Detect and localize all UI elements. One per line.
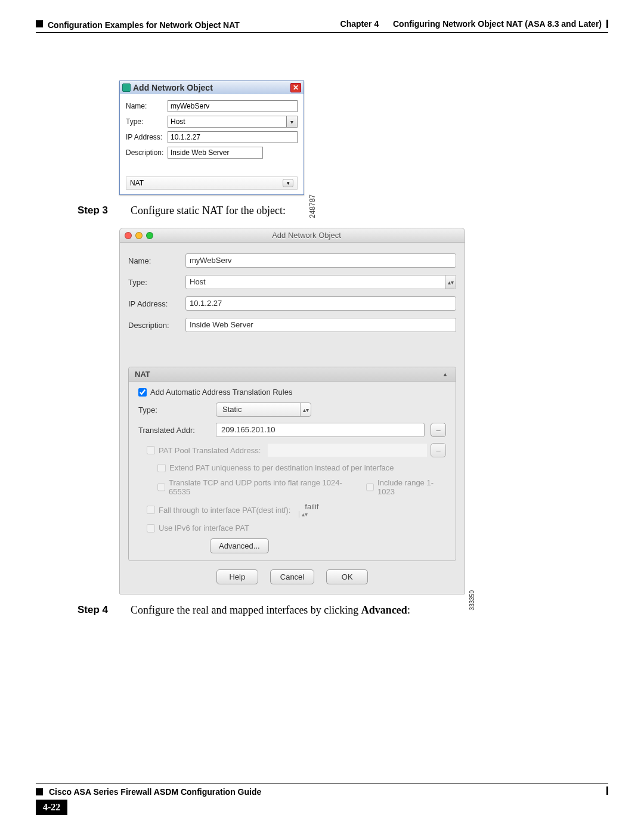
nat-label: NAT: [130, 179, 144, 187]
advanced-button[interactable]: Advanced...: [210, 538, 269, 553]
ok-button[interactable]: OK: [326, 569, 368, 584]
description-input[interactable]: [168, 147, 263, 159]
extend-pat-checkbox: [157, 464, 166, 472]
dialog-title: Add Network Object: [153, 231, 460, 240]
pat-pool-browse-button: –: [431, 443, 446, 457]
description-input[interactable]: Inside Web Server: [185, 318, 456, 332]
footer-bullet-icon: [36, 788, 43, 795]
add-rules-label: Add Automatic Address Translation Rules: [150, 388, 292, 397]
name-label: Name:: [126, 102, 168, 110]
footer-rule: [36, 784, 608, 784]
help-button[interactable]: Help: [216, 569, 258, 584]
header-divider-icon: [606, 20, 608, 28]
pat-pool-input: [268, 444, 427, 457]
add-rules-checkbox[interactable]: [138, 388, 147, 397]
page-number: 4-22: [36, 800, 67, 815]
chapter-title: Configuring Network Object NAT (ASA 8.3 …: [393, 19, 602, 29]
nat-type-select[interactable]: Static ▴▾: [216, 402, 311, 417]
type-label: Type:: [128, 278, 185, 287]
close-button[interactable]: ✕: [290, 83, 301, 92]
ip-input[interactable]: [168, 131, 298, 143]
step4-label: Step 4: [78, 604, 116, 617]
translated-addr-label: Translated Addr:: [138, 426, 210, 435]
nat-panel: NAT ▴ Add Automatic Address Translation …: [128, 367, 456, 561]
nat-panel-title: NAT: [135, 370, 150, 379]
chapter-label: Chapter 4: [340, 19, 379, 29]
nat-type-value: Static: [216, 403, 300, 416]
dialog-titlebar[interactable]: Add Network Object: [120, 228, 465, 243]
ip-label: IP Address:: [126, 133, 168, 141]
type-value: Host: [168, 116, 286, 127]
add-network-object-dialog-mac: Add Network Object Name: myWebServ Type:…: [119, 228, 465, 594]
fall-through-select: failif ▴▾: [299, 502, 446, 518]
dialog-titlebar[interactable]: Add Network Object ✕: [120, 81, 304, 94]
collapse-icon[interactable]: ▴: [440, 370, 450, 378]
zoom-icon[interactable]: [146, 232, 153, 239]
name-input[interactable]: myWebServ: [185, 253, 456, 268]
flat-range-label: Translate TCP and UDP ports into flat ra…: [169, 478, 351, 496]
step3-label: Step 3: [78, 205, 116, 217]
type-select[interactable]: Host ▴▾: [185, 275, 456, 289]
nat-panel-header[interactable]: NAT ▴: [129, 367, 456, 382]
ip-label: IP Address:: [128, 299, 185, 308]
chevron-down-icon[interactable]: ▾: [286, 116, 297, 127]
description-label: Description:: [126, 148, 168, 157]
use-ipv6-checkbox: [147, 524, 155, 532]
include-range-label: Include range 1-1023: [377, 478, 446, 496]
type-label: Type:: [126, 117, 168, 126]
type-select[interactable]: Host ▾: [168, 116, 298, 128]
fall-through-label: Fall through to interface PAT(dest intf)…: [159, 506, 290, 515]
header-rule: [36, 32, 608, 33]
footer-divider-icon: [606, 786, 608, 795]
flat-range-checkbox: [157, 483, 165, 491]
step4-text: Configure the real and mapped interfaces…: [131, 604, 410, 617]
nat-collapsed-bar[interactable]: NAT ▾: [126, 176, 298, 190]
chevron-updown-icon[interactable]: ▴▾: [445, 275, 456, 289]
step3-text: Configure static NAT for the object:: [131, 205, 286, 217]
description-label: Description:: [128, 321, 185, 330]
dialog-title: Add Network Object: [133, 83, 213, 92]
dialog-app-icon: [122, 83, 131, 92]
name-label: Name:: [128, 256, 185, 265]
guide-title: Cisco ASA Series Firewall ASDM Configura…: [49, 787, 261, 797]
name-input[interactable]: [168, 100, 298, 112]
translated-addr-browse-button[interactable]: –: [431, 423, 446, 437]
add-network-object-dialog-win: Add Network Object ✕ Name: Type: Host ▾ …: [119, 80, 304, 195]
type-value: Host: [186, 275, 445, 289]
extend-pat-label: Extend PAT uniqueness to per destination…: [169, 463, 394, 472]
fall-through-checkbox: [147, 506, 155, 514]
minimize-icon[interactable]: [135, 232, 143, 239]
figure-code: 333350: [469, 590, 475, 610]
chevron-updown-icon[interactable]: ▴▾: [300, 403, 311, 416]
figure-code: 248787: [308, 194, 317, 218]
nat-type-label: Type:: [138, 405, 210, 414]
expand-icon[interactable]: ▾: [283, 179, 293, 187]
page-header: Configuration Examples for Network Objec…: [36, 18, 608, 30]
header-bullet-icon: [36, 20, 43, 27]
use-ipv6-label: Use IPv6 for interface PAT: [159, 524, 249, 532]
pat-pool-checkbox: [147, 446, 155, 454]
translated-addr-input[interactable]: 209.165.201.10: [216, 423, 425, 437]
ip-input[interactable]: 10.1.2.27: [185, 296, 456, 311]
pat-pool-label: PAT Pool Translated Address:: [159, 446, 261, 455]
include-range-checkbox: [366, 483, 374, 491]
section-title: Configuration Examples for Network Objec…: [48, 20, 240, 30]
cancel-button[interactable]: Cancel: [270, 569, 314, 584]
close-icon[interactable]: [125, 232, 132, 239]
